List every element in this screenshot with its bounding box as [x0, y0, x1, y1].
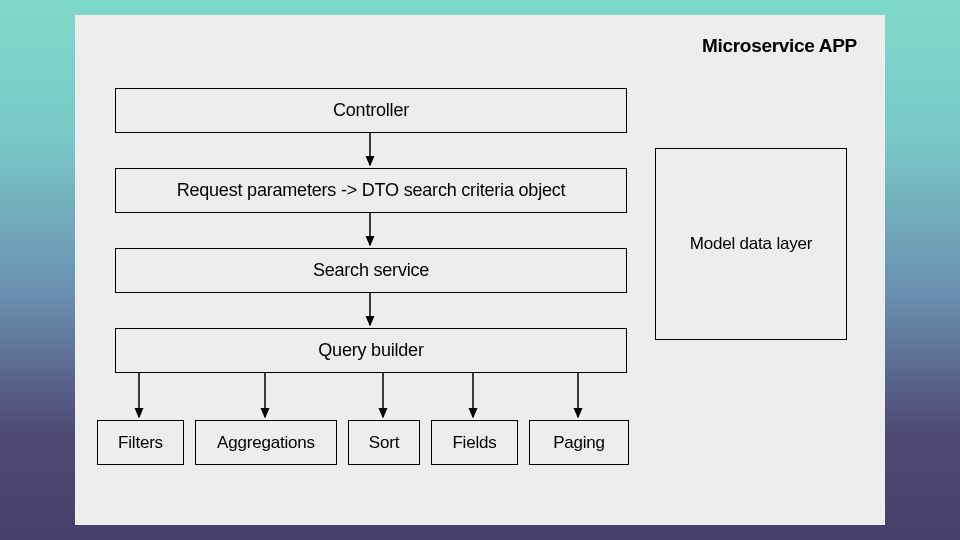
box-model-data-layer: Model data layer	[655, 148, 847, 340]
box-sort: Sort	[348, 420, 420, 465]
panel-title: Microservice APP	[702, 35, 857, 57]
box-paging: Paging	[529, 420, 629, 465]
box-aggregations: Aggregations	[195, 420, 337, 465]
box-search-service: Search service	[115, 248, 627, 293]
box-fields: Fields	[431, 420, 518, 465]
box-dto: Request parameters -> DTO search criteri…	[115, 168, 627, 213]
box-controller: Controller	[115, 88, 627, 133]
box-query-builder: Query builder	[115, 328, 627, 373]
background: Microservice APP Controller Request para…	[0, 0, 960, 540]
diagram-panel: Microservice APP Controller Request para…	[75, 15, 885, 525]
box-filters: Filters	[97, 420, 184, 465]
